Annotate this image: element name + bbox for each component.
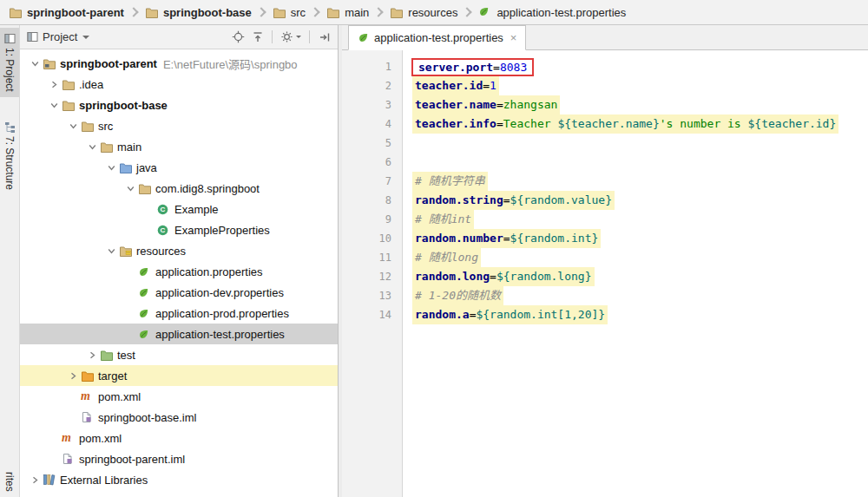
tree-row[interactable]: java bbox=[20, 157, 338, 178]
close-icon[interactable]: × bbox=[510, 32, 517, 43]
chevron-down-icon[interactable] bbox=[65, 122, 81, 130]
chevron-down-icon[interactable] bbox=[27, 60, 43, 68]
tree-row[interactable]: springboot-parentE:\netFuture\源码\springb… bbox=[20, 53, 338, 74]
breadcrumb-separator-icon bbox=[463, 7, 472, 16]
code-line[interactable]: server.port=8083 bbox=[415, 57, 868, 76]
svg-text:C: C bbox=[161, 206, 166, 213]
chevron-down-icon[interactable] bbox=[122, 185, 138, 193]
breadcrumb-label: main bbox=[345, 6, 369, 19]
tree-row[interactable]: application-test.properties bbox=[20, 324, 338, 344]
chevron-right-icon[interactable] bbox=[65, 372, 81, 380]
tree-row[interactable]: src bbox=[20, 115, 338, 136]
code-line[interactable]: # 随机字符串 bbox=[415, 172, 868, 191]
select-opened-file-icon[interactable] bbox=[232, 30, 245, 43]
tree-item-label: application-test.properties bbox=[155, 328, 285, 341]
code-line[interactable]: # 随机long bbox=[415, 248, 868, 267]
tree-item-label: com.idig8.springboot bbox=[155, 182, 260, 195]
toolwindow-button-project[interactable]: 1: Project bbox=[0, 28, 19, 97]
line-number: 13 bbox=[342, 286, 391, 305]
code-assign: = bbox=[493, 61, 500, 74]
code-line[interactable]: random.a=${random.int[1,20]} bbox=[415, 305, 868, 324]
tree-row[interactable]: application.properties bbox=[20, 261, 338, 282]
tree-row[interactable]: main bbox=[20, 136, 338, 157]
toolwindow-button-structure[interactable]: 7: Structure bbox=[0, 116, 19, 195]
editor-tab-application-test-properties[interactable]: application-test.properties × bbox=[348, 25, 526, 50]
code-line[interactable]: teacher.info=Teacher ${teacher.name}'s n… bbox=[415, 114, 868, 134]
breadcrumb-label: springboot-parent bbox=[27, 6, 124, 19]
tree-row[interactable]: application-prod.properties bbox=[20, 303, 338, 324]
project-panel-title[interactable]: Project bbox=[43, 30, 77, 43]
breadcrumb-item[interactable]: application-test.properties bbox=[478, 6, 626, 19]
code-line[interactable]: random.long=${random.long} bbox=[415, 267, 868, 286]
chevron-right-icon[interactable] bbox=[84, 351, 100, 359]
chevron-right-icon[interactable] bbox=[27, 476, 43, 484]
collapse-all-icon[interactable] bbox=[251, 30, 264, 43]
toolbar-separator bbox=[309, 30, 310, 43]
chevron-down-icon[interactable] bbox=[84, 143, 100, 151]
code-comment: # 随机int bbox=[415, 213, 471, 226]
code-line[interactable]: random.number=${random.int} bbox=[415, 229, 868, 248]
modified-line-highlight: random.string=${random.value} bbox=[412, 191, 615, 210]
tree-row[interactable]: CExample bbox=[20, 199, 338, 219]
modified-line-highlight: random.long=${random.long} bbox=[412, 267, 595, 286]
tree-row[interactable]: .idea bbox=[20, 74, 338, 95]
breadcrumb-item[interactable]: main bbox=[326, 6, 369, 19]
folder-icon bbox=[145, 6, 159, 19]
code-key: random.string bbox=[415, 193, 503, 206]
project-toolwindow-icon bbox=[4, 33, 16, 44]
chevron-down-icon[interactable] bbox=[103, 247, 119, 255]
code-line[interactable]: # 随机int bbox=[415, 210, 868, 229]
panel-toolbar bbox=[232, 30, 331, 43]
libraries-icon bbox=[43, 474, 60, 486]
spring-properties-icon bbox=[138, 266, 155, 278]
line-number: 2 bbox=[342, 76, 391, 95]
code-line[interactable]: # 1-20的随机数 bbox=[415, 286, 868, 305]
tree-row[interactable]: mpom.xml bbox=[20, 428, 338, 448]
tree-row[interactable]: target bbox=[20, 365, 338, 386]
code-line[interactable]: teacher.name=zhangsan bbox=[415, 95, 868, 114]
breadcrumb-item[interactable]: src bbox=[273, 6, 306, 19]
tree-row[interactable]: com.idig8.springboot bbox=[20, 178, 338, 199]
code-assign: = bbox=[496, 98, 503, 111]
breadcrumb-item[interactable]: springboot-parent bbox=[9, 6, 124, 19]
project-tree: springboot-parentE:\netFuture\源码\springb… bbox=[20, 49, 338, 497]
code-assign: = bbox=[483, 79, 490, 92]
code-key: teacher.info bbox=[415, 117, 496, 130]
modified-line-highlight: teacher.info=Teacher ${teacher.name}'s n… bbox=[412, 114, 838, 134]
chevron-down-icon[interactable] bbox=[46, 101, 62, 109]
code-line[interactable] bbox=[415, 153, 868, 172]
code-editor[interactable]: 1234567891011121314 server.port=8083teac… bbox=[342, 50, 868, 497]
tree-row[interactable]: application-dev.properties bbox=[20, 282, 338, 303]
tree-row[interactable]: mpom.xml bbox=[20, 386, 338, 407]
code-line[interactable] bbox=[415, 134, 868, 153]
tree-row[interactable]: springboot-base.iml bbox=[20, 407, 338, 428]
chevron-down-icon[interactable] bbox=[82, 36, 89, 39]
editor-code[interactable]: server.port=8083teacher.id=1teacher.name… bbox=[403, 50, 868, 497]
breadcrumb-item[interactable]: springboot-base bbox=[145, 6, 252, 19]
line-number: 3 bbox=[342, 95, 391, 114]
maven-icon: m bbox=[62, 432, 79, 444]
code-line[interactable]: teacher.id=1 bbox=[415, 76, 868, 95]
tree-row[interactable]: springboot-parent.iml bbox=[20, 448, 338, 469]
hide-icon[interactable] bbox=[318, 30, 331, 43]
tree-row[interactable]: resources bbox=[20, 240, 338, 261]
modified-line-highlight: random.a=${random.int[1,20]} bbox=[412, 305, 608, 324]
chevron-right-icon[interactable] bbox=[46, 81, 62, 88]
line-number: 11 bbox=[342, 248, 391, 267]
toolwindow-button-favorites[interactable]: rites bbox=[0, 467, 19, 497]
tree-row[interactable]: External Libraries bbox=[20, 469, 338, 490]
code-value: 's number is bbox=[660, 117, 748, 130]
folder-icon bbox=[62, 99, 79, 112]
code-key: teacher.id bbox=[415, 79, 483, 92]
tree-row[interactable]: springboot-base bbox=[20, 95, 338, 115]
modified-line-highlight: # 随机int bbox=[412, 210, 474, 229]
settings-icon[interactable] bbox=[280, 30, 293, 43]
code-assign: = bbox=[490, 270, 496, 283]
breadcrumb-item[interactable]: resources bbox=[390, 6, 457, 19]
svg-text:C: C bbox=[161, 226, 166, 234]
code-line[interactable]: random.string=${random.value} bbox=[415, 191, 868, 210]
chevron-down-icon[interactable] bbox=[103, 164, 119, 172]
tree-row[interactable]: CExampleProperties bbox=[20, 219, 338, 240]
tree-row[interactable]: test bbox=[20, 344, 338, 365]
package-icon bbox=[138, 182, 155, 195]
